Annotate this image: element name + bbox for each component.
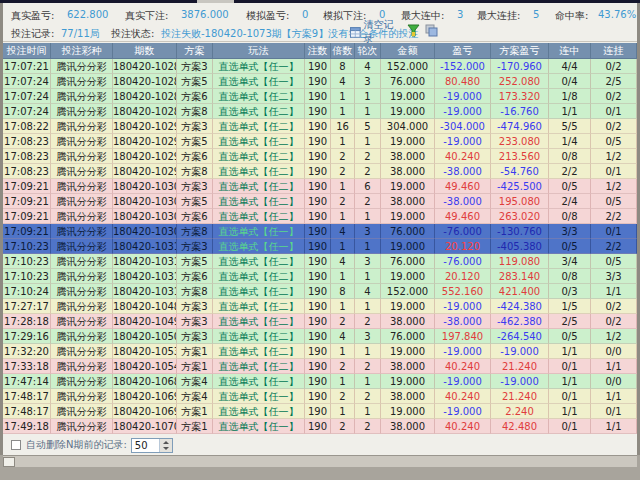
cell-time: 17:07:24 bbox=[3, 104, 51, 119]
cell-playtype: 直选单式【任一】 bbox=[213, 74, 305, 89]
col-header-amount[interactable]: 金额 bbox=[381, 43, 435, 59]
col-header-plan[interactable]: 方案 bbox=[177, 43, 213, 59]
cell-bets: 190 bbox=[305, 119, 331, 134]
table-row[interactable]: 17:48:17腾讯分分彩180420-1069方案1直选单式【任一】19011… bbox=[3, 404, 637, 419]
cell-multiple: 4 bbox=[331, 74, 355, 89]
cell-plan-profit: 421.400 bbox=[491, 284, 549, 299]
table-row[interactable]: 17:08:23腾讯分分彩180420-1029方案5直选单式【任二】19011… bbox=[3, 134, 637, 149]
cell-playtype: 直选单式【任二】 bbox=[213, 344, 305, 359]
col-header-lose-streak[interactable]: 连挂 bbox=[591, 43, 637, 59]
cell-lottery: 腾讯分分彩 bbox=[51, 164, 113, 179]
table-row[interactable]: 17:28:18腾讯分分彩180420-1049方案3直选单式【任二】19022… bbox=[3, 314, 637, 329]
cell-multiple: 1 bbox=[331, 404, 355, 419]
col-header-period[interactable]: 期数 bbox=[113, 43, 177, 59]
cell-lottery: 腾讯分分彩 bbox=[51, 89, 113, 104]
cell-time: 17:32:20 bbox=[3, 344, 51, 359]
spinner-down-button[interactable] bbox=[160, 445, 172, 452]
table-row[interactable]: 17:08:23腾讯分分彩180420-1029方案6直选单式【任二】19022… bbox=[3, 149, 637, 164]
table-row[interactable]: 17:48:17腾讯分分彩180420-1069方案4直选单式【任一】19022… bbox=[3, 389, 637, 404]
table-row[interactable]: 17:09:21腾讯分分彩180420-1030方案8直选单式【任一】19043… bbox=[3, 224, 637, 239]
table-row[interactable]: 17:29:16腾讯分分彩180420-1050方案3直选单式【任二】19043… bbox=[3, 329, 637, 344]
real-profit-label: 真实盈亏: bbox=[11, 9, 54, 23]
table-row[interactable]: 17:10:23腾讯分分彩180420-1031方案6直选单式【任二】19011… bbox=[3, 269, 637, 284]
cell-lose-streak: 0/1 bbox=[591, 104, 637, 119]
table-row[interactable]: 17:09:21腾讯分分彩180420-1030方案5直选单式【任二】19022… bbox=[3, 194, 637, 209]
table-row[interactable]: 17:07:21腾讯分分彩180420-1028方案3直选单式【任一】19084… bbox=[3, 59, 637, 74]
cell-profit: -19.000 bbox=[435, 89, 491, 104]
cell-plan: 方案5 bbox=[177, 254, 213, 269]
cell-playtype: 直选单式【任二】 bbox=[213, 194, 305, 209]
cell-period: 180420-1030 bbox=[113, 194, 177, 209]
cell-period: 180420-1069 bbox=[113, 404, 177, 419]
cell-lottery: 腾讯分分彩 bbox=[51, 179, 113, 194]
cell-lottery: 腾讯分分彩 bbox=[51, 134, 113, 149]
cell-lose-streak: 1/2 bbox=[591, 179, 637, 194]
table-row[interactable]: 17:47:14腾讯分分彩180420-1068方案4直选单式【任一】19011… bbox=[3, 374, 637, 389]
cell-amount: 38.000 bbox=[381, 359, 435, 374]
table-row[interactable]: 17:33:18腾讯分分彩180420-1054方案1直选单式【任二】19022… bbox=[3, 359, 637, 374]
cell-plan: 方案5 bbox=[177, 74, 213, 89]
cell-win-streak: 0/1 bbox=[549, 359, 591, 374]
auto-delete-checkbox[interactable] bbox=[11, 440, 21, 450]
cell-plan: 方案3 bbox=[177, 119, 213, 134]
table-row[interactable]: 17:49:18腾讯分分彩180420-1070方案1直选单式【任一】19022… bbox=[3, 419, 637, 434]
col-header-profit[interactable]: 盈亏 bbox=[435, 43, 491, 59]
cell-time: 17:08:23 bbox=[3, 164, 51, 179]
table-row[interactable]: 17:32:20腾讯分分彩180420-1053方案1直选单式【任二】19011… bbox=[3, 344, 637, 359]
cell-round: 5 bbox=[355, 119, 381, 134]
cell-profit: -19.000 bbox=[435, 134, 491, 149]
cell-playtype: 直选单式【任二】 bbox=[213, 209, 305, 224]
table-row[interactable]: 17:07:24腾讯分分彩180420-1028方案6直选单式【任二】19011… bbox=[3, 89, 637, 104]
table-row[interactable]: 17:08:23腾讯分分彩180420-1029方案8直选单式【任二】19022… bbox=[3, 164, 637, 179]
table-row[interactable]: 17:07:24腾讯分分彩180420-1028方案8直选单式【任二】19011… bbox=[3, 104, 637, 119]
col-header-plan-profit[interactable]: 方案盈亏 bbox=[491, 43, 549, 59]
col-header-lottery[interactable]: 投注彩种 bbox=[51, 43, 113, 59]
table-row[interactable]: 17:07:24腾讯分分彩180420-1028方案5直选单式【任一】19043… bbox=[3, 74, 637, 89]
cell-plan-profit: 252.080 bbox=[491, 74, 549, 89]
cell-amount: 38.000 bbox=[381, 419, 435, 434]
cell-plan: 方案3 bbox=[177, 59, 213, 74]
cell-time: 17:07:21 bbox=[3, 59, 51, 74]
cell-bets: 190 bbox=[305, 164, 331, 179]
col-header-bets[interactable]: 注数 bbox=[305, 43, 331, 59]
copy-icon[interactable] bbox=[425, 24, 439, 38]
scrollbar-thumb[interactable] bbox=[3, 457, 15, 467]
cell-playtype: 直选单式【任二】 bbox=[213, 269, 305, 284]
cell-win-streak: 2/5 bbox=[549, 314, 591, 329]
table-row[interactable]: 17:10:23腾讯分分彩180420-1031方案5直选单式【任二】19043… bbox=[3, 254, 637, 269]
cell-win-streak: 0/4 bbox=[549, 74, 591, 89]
table-row[interactable]: 17:27:17腾讯分分彩180420-1048方案3直选单式【任二】19011… bbox=[3, 299, 637, 314]
col-header-win-streak[interactable]: 连中 bbox=[549, 43, 591, 59]
cell-lottery: 腾讯分分彩 bbox=[51, 299, 113, 314]
horizontal-scrollbar[interactable] bbox=[3, 455, 637, 467]
col-header-multiple[interactable]: 倍数 bbox=[331, 43, 355, 59]
filter-icon[interactable] bbox=[407, 24, 421, 38]
table-row[interactable]: 17:10:24腾讯分分彩180420-1031方案8直选单式【任二】19084… bbox=[3, 284, 637, 299]
col-header-playtype[interactable]: 玩法 bbox=[213, 43, 305, 59]
table-row[interactable]: 17:09:21腾讯分分彩180420-1030方案6直选单式【任二】19011… bbox=[3, 209, 637, 224]
col-header-time[interactable]: 投注时间 bbox=[3, 43, 51, 59]
table-row[interactable]: 17:09:21腾讯分分彩180420-1030方案3直选单式【任二】19016… bbox=[3, 179, 637, 194]
cell-amount: 76.000 bbox=[381, 74, 435, 89]
cell-plan-profit: -170.960 bbox=[491, 59, 549, 74]
cell-profit: 197.840 bbox=[435, 329, 491, 344]
clear-records-button[interactable]: 清空记录 bbox=[350, 25, 402, 39]
content-frame: 真实盈亏: 622.800 真实下注: 3876.000 模拟盈亏: 0 模拟下… bbox=[0, 3, 640, 455]
auto-delete-value[interactable]: 50 bbox=[132, 439, 159, 452]
cell-bets: 190 bbox=[305, 314, 331, 329]
cell-round: 1 bbox=[355, 239, 381, 254]
cell-plan: 方案3 bbox=[177, 299, 213, 314]
cell-bets: 190 bbox=[305, 74, 331, 89]
cell-bets: 190 bbox=[305, 254, 331, 269]
cell-period: 180420-1029 bbox=[113, 149, 177, 164]
table-row[interactable]: 17:10:23腾讯分分彩180420-1031方案3直选单式【任一】19011… bbox=[3, 239, 637, 254]
cell-plan-profit: -264.540 bbox=[491, 329, 549, 344]
cell-multiple: 1 bbox=[331, 299, 355, 314]
cell-playtype: 直选单式【任二】 bbox=[213, 299, 305, 314]
table-row[interactable]: 17:08:22腾讯分分彩180420-1029方案3直选单式【任二】19016… bbox=[3, 119, 637, 134]
cell-round: 2 bbox=[355, 149, 381, 164]
auto-delete-spinner[interactable]: 50 bbox=[131, 438, 173, 453]
real-bet-label: 真实下注: bbox=[125, 9, 168, 23]
col-header-round[interactable]: 轮次 bbox=[355, 43, 381, 59]
cell-lottery: 腾讯分分彩 bbox=[51, 329, 113, 344]
